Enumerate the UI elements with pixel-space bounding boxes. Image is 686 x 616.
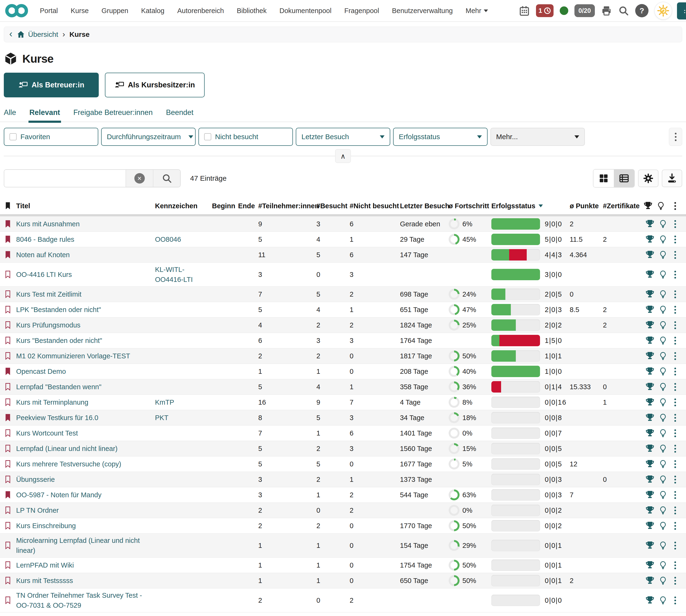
column-punkte[interactable]: ø Punkte	[570, 202, 603, 210]
row-menu-icon[interactable]	[669, 368, 681, 375]
column-letzter-besuch[interactable]: Letzter Besuch	[400, 202, 449, 210]
trophy-icon[interactable]	[643, 235, 656, 244]
column-zertifikate[interactable]: #Zertifikate	[603, 202, 643, 210]
table-menu-icon[interactable]	[669, 202, 681, 210]
lightbulb-icon[interactable]	[656, 305, 669, 314]
row-menu-icon[interactable]	[669, 271, 681, 279]
table-view-button[interactable]	[614, 170, 634, 187]
menu-item[interactable]: Benutzerverwaltung	[392, 7, 453, 15]
more-label[interactable]: Mehr	[466, 7, 481, 15]
search-input[interactable]	[4, 170, 125, 187]
course-title-link[interactable]: Peekview Testkurs für 16.0	[16, 413, 155, 423]
table-row[interactable]: Kurs mit Testsssss 1 1 0 650 Tage 50% 0|…	[0, 573, 686, 589]
menu-item[interactable]: Gruppen	[101, 7, 129, 15]
column-ende[interactable]: Ende	[238, 202, 258, 210]
row-menu-icon[interactable]	[669, 398, 681, 406]
bookmark-icon[interactable]	[5, 220, 16, 228]
trophy-icon[interactable]	[643, 506, 656, 515]
bookmark-icon[interactable]	[5, 491, 16, 499]
table-row[interactable]: Opencast Demo 1 1 0 208 Tage 40% 1|0|0	[0, 364, 686, 379]
filter-menu-icon[interactable]	[669, 128, 682, 146]
filter-durchf-hrungszeitraum[interactable]: Durchführungszeitraum	[101, 128, 196, 146]
checkbox[interactable]	[204, 133, 211, 140]
filter-nicht-besucht[interactable]: Nicht besucht	[199, 128, 293, 146]
table-row[interactable]: M1 02 Kommunizieren Vorlage-TEST 2 2 0 1…	[0, 348, 686, 364]
filter-mehr-[interactable]: Mehr...	[490, 128, 585, 146]
lightbulb-icon[interactable]	[656, 382, 669, 392]
lightbulb-icon[interactable]	[656, 596, 669, 605]
trophy-icon[interactable]	[643, 250, 656, 260]
user-avatar[interactable]: :¦	[677, 2, 686, 20]
trophy-icon[interactable]	[643, 541, 656, 550]
lightbulb-icon[interactable]	[656, 219, 669, 229]
grid-view-button[interactable]	[593, 170, 614, 187]
trophy-icon[interactable]	[643, 428, 656, 438]
course-title-link[interactable]: Kurs mehrere Testversuche (copy)	[16, 459, 155, 469]
table-row[interactable]: Kurs "Bestanden oder nicht" 6 3 3 1764 T…	[0, 333, 686, 348]
bookmark-icon[interactable]	[5, 561, 16, 569]
course-title-link[interactable]: Kurs Wortcount Test	[16, 428, 155, 438]
row-menu-icon[interactable]	[669, 220, 681, 228]
bookmark-icon[interactable]	[5, 367, 16, 375]
row-menu-icon[interactable]	[669, 414, 681, 422]
clear-search-button[interactable]: ×	[126, 170, 153, 187]
lightbulb-icon[interactable]	[656, 398, 669, 407]
lightbulb-icon[interactable]	[656, 576, 669, 585]
course-title-link[interactable]: 8046 - Badge rules	[16, 234, 155, 244]
column-besucht[interactable]: #Besucht	[316, 202, 350, 210]
lightbulb-icon[interactable]	[656, 270, 669, 279]
course-title-link[interactable]: Kurs "Bestanden oder nicht"	[16, 335, 155, 346]
table-settings-button[interactable]	[638, 170, 659, 187]
table-row[interactable]: Peekview Testkurs für 16.0 PKT 8 5 3 34 …	[0, 410, 686, 425]
trophy-icon[interactable]	[643, 490, 656, 500]
row-menu-icon[interactable]	[669, 383, 681, 391]
trophy-icon[interactable]	[643, 576, 656, 585]
course-title-link[interactable]: Microlearning Lernpfad (Linear und nicht…	[16, 535, 155, 555]
row-menu-icon[interactable]	[669, 306, 681, 314]
row-menu-icon[interactable]	[669, 542, 681, 550]
tab-beendet[interactable]: Beendet	[166, 108, 193, 122]
row-menu-icon[interactable]	[669, 476, 681, 483]
lightbulb-icon[interactable]	[656, 490, 669, 500]
print-icon[interactable]	[601, 5, 612, 16]
row-menu-icon[interactable]	[669, 562, 681, 569]
search-icon[interactable]	[618, 5, 629, 16]
bookmark-icon[interactable]	[5, 306, 16, 314]
course-title-link[interactable]: M1 02 Kommunizieren Vorlage-TEST	[16, 351, 155, 361]
table-row[interactable]: Kurs Wortcount Test 7 1 6 1401 Tage 0% 0…	[0, 425, 686, 441]
lightbulb-icon[interactable]	[656, 506, 669, 515]
trophy-icon[interactable]	[643, 444, 656, 453]
lightbulb-icon[interactable]	[656, 475, 669, 484]
openolat-logo-icon[interactable]	[4, 3, 29, 18]
as-owner-button[interactable]: Als Kursbesitzer:in	[105, 73, 205, 97]
table-row[interactable]: LernPFAD mit Wiki 1 1 0 1754 Tage 50% 0|…	[0, 557, 686, 573]
table-row[interactable]: Kurs Prüfungsmodus 4 2 2 1824 Tage 25% 2…	[0, 317, 686, 333]
lightbulb-icon[interactable]	[656, 413, 669, 422]
course-title-link[interactable]: Opencast Demo	[16, 367, 155, 376]
lightbulb-icon[interactable]	[656, 459, 669, 469]
table-row[interactable]: Übungsserie 3 2 1 1373 Tage 0|0|3 0	[0, 472, 686, 487]
course-title-link[interactable]: Kurs mit Ausnahmen	[16, 219, 155, 229]
calendar-icon[interactable]	[519, 5, 530, 16]
row-menu-icon[interactable]	[669, 507, 681, 514]
course-title-link[interactable]: OO-4416 LTI Kurs	[16, 269, 155, 280]
course-title-link[interactable]: Kurs mit Terminplanung	[16, 397, 155, 407]
bookmark-icon[interactable]	[5, 251, 16, 259]
menu-item[interactable]: Katalog	[141, 7, 164, 15]
row-menu-icon[interactable]	[669, 491, 681, 499]
trophy-icon[interactable]	[643, 270, 656, 279]
bookmark-icon[interactable]	[5, 383, 16, 391]
table-row[interactable]: OO-5987 - Noten für Mandy 3 1 2 544 Tage…	[0, 487, 686, 503]
lightbulb-icon[interactable]	[656, 250, 669, 260]
bookmark-icon[interactable]	[5, 336, 16, 345]
filter-favoriten[interactable]: Favoriten	[4, 128, 98, 146]
back-chevron-icon[interactable]: ‹	[9, 29, 12, 39]
trophy-column-icon[interactable]	[643, 201, 656, 211]
row-menu-icon[interactable]	[669, 596, 681, 604]
trophy-icon[interactable]	[643, 305, 656, 314]
trophy-icon[interactable]	[643, 289, 656, 299]
time-limit-badge[interactable]: 1	[536, 4, 553, 17]
table-row[interactable]: Kurs mehrere Testversuche (copy) 5 5 0 1…	[0, 457, 686, 472]
row-menu-icon[interactable]	[669, 236, 681, 243]
table-row[interactable]: LP TN Ordner 2 0 2 0% 0|0|2	[0, 503, 686, 518]
